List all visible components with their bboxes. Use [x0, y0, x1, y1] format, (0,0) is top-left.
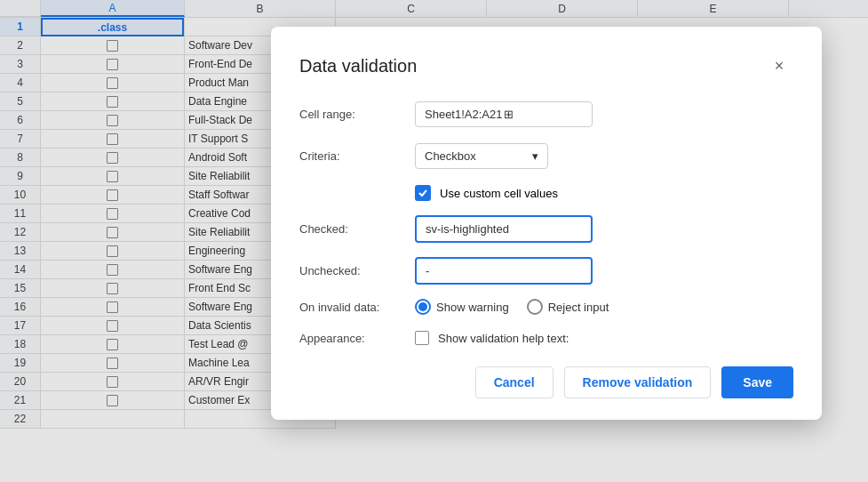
cell-range-input[interactable]: Sheet1!A2:A21 ⊞ [415, 101, 593, 127]
close-button[interactable]: × [765, 52, 793, 80]
show-warning-label: Show warning [436, 301, 509, 314]
unchecked-label: Unchecked: [299, 264, 415, 277]
cell-range-value: Sheet1!A2:A21 [425, 108, 504, 121]
modal-header: Data validation × [299, 52, 793, 80]
show-help-label: Show validation help text: [438, 332, 569, 345]
reject-input-radio[interactable] [527, 299, 543, 315]
cell-range-controls: Sheet1!A2:A21 ⊞ [415, 101, 793, 127]
criteria-label: Criteria: [299, 149, 415, 163]
reject-input-option[interactable]: Reject input [527, 299, 609, 315]
appearance-row: Appearance: Show validation help text: [299, 331, 793, 345]
show-warning-radio-fill [418, 302, 427, 311]
criteria-dropdown-arrow: ▾ [532, 149, 538, 163]
checked-label: Checked: [299, 222, 415, 236]
criteria-value: Checkbox [425, 149, 476, 163]
check-icon [418, 188, 428, 198]
grid-select-icon[interactable]: ⊞ [504, 108, 583, 121]
unchecked-row: Unchecked: [299, 257, 793, 285]
data-validation-modal: Data validation × Cell range: Sheet1!A2:… [271, 27, 822, 420]
invalid-data-row: On invalid data: Show warning Reject inp… [299, 299, 793, 315]
modal-overlay: Data validation × Cell range: Sheet1!A2:… [0, 0, 868, 482]
show-warning-radio[interactable] [415, 299, 431, 315]
use-custom-row: Use custom cell values [415, 185, 793, 201]
unchecked-input[interactable] [415, 257, 593, 285]
use-custom-label: Use custom cell values [440, 187, 558, 200]
criteria-controls: Checkbox ▾ [415, 143, 793, 169]
use-custom-checkbox[interactable] [415, 185, 431, 201]
save-button[interactable]: Save [721, 366, 793, 398]
invalid-data-options: Show warning Reject input [415, 299, 609, 315]
cell-range-label: Cell range: [299, 108, 415, 121]
cancel-button[interactable]: Cancel [475, 366, 553, 398]
remove-validation-button[interactable]: Remove validation [564, 366, 712, 398]
appearance-checkbox[interactable] [415, 331, 429, 345]
checked-row: Checked: [299, 215, 793, 243]
criteria-row: Criteria: Checkbox ▾ [299, 143, 793, 169]
show-warning-option[interactable]: Show warning [415, 299, 509, 315]
checked-input[interactable] [415, 215, 593, 243]
invalid-data-label: On invalid data: [299, 301, 415, 314]
modal-title: Data validation [299, 56, 417, 76]
appearance-label: Appearance: [299, 332, 415, 345]
cell-range-row: Cell range: Sheet1!A2:A21 ⊞ [299, 101, 793, 127]
modal-footer: Cancel Remove validation Save [299, 366, 793, 398]
reject-input-label: Reject input [548, 301, 609, 314]
criteria-select[interactable]: Checkbox ▾ [415, 143, 548, 169]
